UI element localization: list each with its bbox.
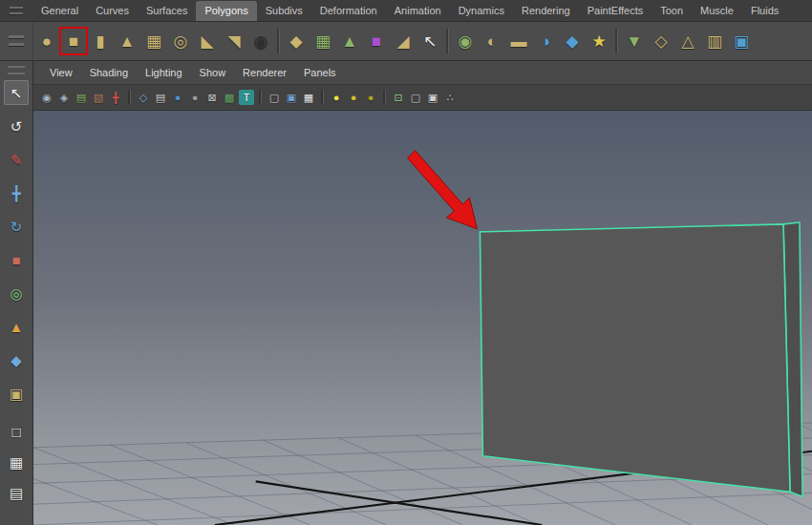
merge-vertices-icon[interactable]: ◉ — [453, 29, 478, 53]
last-tool-icon[interactable]: ▣ — [4, 381, 29, 406]
split-edge-icon[interactable]: ◇ — [649, 29, 673, 53]
all-lights-icon[interactable]: ● — [329, 90, 344, 105]
share-view-icon[interactable]: ∴ — [442, 90, 458, 105]
poly-prism-icon[interactable]: ◣ — [195, 29, 220, 53]
shaded-mode-icon[interactable]: ● — [170, 90, 185, 105]
soft-modification-tool[interactable]: ▲ — [4, 314, 29, 339]
toolbar-separator — [259, 90, 262, 105]
add-divisions-icon[interactable]: ▦ — [310, 29, 335, 53]
default-material-icon[interactable]: ▢ — [267, 90, 282, 105]
poly-cube-object[interactable] — [480, 222, 802, 496]
append-polygon-icon[interactable]: △ — [675, 29, 700, 53]
bridge-icon[interactable]: ▬ — [506, 29, 531, 53]
xray-icon[interactable]: ▣ — [284, 90, 299, 105]
shelf-tab[interactable]: Deformation — [311, 1, 386, 21]
normals-icon[interactable]: ▼ — [622, 29, 647, 53]
shelf-separator — [277, 29, 280, 53]
textured-mode-icon[interactable]: ● — [187, 90, 203, 105]
poly-plane-icon[interactable]: ▦ — [141, 29, 166, 53]
toolbar-separator — [383, 90, 386, 105]
extrude-icon[interactable]: ▲ — [337, 29, 362, 53]
menu-grip-icon — [10, 12, 23, 15]
poly-torus-icon[interactable]: ◎ — [168, 29, 193, 53]
image-plane-icon[interactable]: ▧ — [91, 90, 106, 105]
shelf: ●■▮▲▦◎◣◥◉◆▦▲■◢↖◉◐▬◑◆★▼◇△▥▣ — [0, 22, 812, 61]
rotate-tool[interactable]: ↻ — [4, 214, 29, 239]
subdiv-proxy-icon[interactable]: ■ — [364, 29, 389, 53]
shelf-tab[interactable]: Polygons — [196, 1, 256, 21]
shelf-tab[interactable]: PaintEffects — [579, 1, 652, 21]
panel-menu[interactable]: Panels — [295, 61, 345, 84]
move-tool[interactable]: ╋ — [4, 180, 29, 205]
wireframe-mode-icon[interactable]: ◇ — [136, 90, 151, 105]
highlight-selection-icon[interactable]: ⊡ — [391, 90, 406, 105]
maya-window: GeneralCurvesSurfacesPolygonsSubdivsDefo… — [0, 0, 812, 525]
uv-mapping-icon[interactable]: ▣ — [729, 29, 754, 53]
poly-sphere-icon[interactable]: ● — [34, 29, 59, 53]
shelf-tab-list: GeneralCurvesSurfacesPolygonsSubdivsDefo… — [32, 0, 787, 21]
shelf-tab[interactable]: Surfaces — [138, 1, 196, 21]
shelf-tab[interactable]: Subdivs — [257, 1, 311, 21]
shelf-tab[interactable]: Muscle — [692, 1, 742, 21]
film-gate-icon[interactable]: ▤ — [153, 90, 168, 105]
universal-manipulator-tool[interactable]: ◎ — [4, 281, 29, 305]
sculpt-geometry-icon[interactable]: ★ — [587, 29, 611, 53]
panel-menu[interactable]: Show — [191, 61, 235, 84]
insert-edge-loop-icon[interactable]: ▥ — [702, 29, 727, 53]
panel-menubar: ViewShadingLightingShowRendererPanels — [33, 61, 812, 85]
boolean-icon[interactable]: ◑ — [533, 29, 558, 53]
panel-menu[interactable]: Shading — [81, 61, 137, 84]
single-pane-layout-button[interactable]: □ — [4, 419, 29, 444]
toolbox-grip-icon[interactable] — [8, 66, 25, 74]
shelf-grip-icon — [9, 43, 24, 47]
main-area: ↖↺✎╋↻■◎▲◆▣ □▦▤ ViewShadingLightingShowRe… — [0, 61, 812, 525]
shelf-tab[interactable]: Rendering — [513, 1, 579, 21]
poly-cylinder-icon[interactable]: ▮ — [88, 29, 113, 53]
shelf-tab[interactable]: Dynamics — [450, 1, 513, 21]
bevel-icon[interactable]: ◐ — [480, 29, 504, 53]
select-camera-icon[interactable]: ◉ — [39, 90, 54, 105]
shelf-options-button[interactable] — [0, 22, 33, 60]
viewport[interactable] — [33, 111, 812, 525]
frame-all-icon[interactable]: ▣ — [425, 90, 440, 105]
transparency-icon[interactable]: ▦ — [301, 90, 316, 105]
crease-tool-icon[interactable]: ◢ — [391, 29, 416, 53]
no-image-icon[interactable]: ⊠ — [204, 90, 220, 105]
render-region-icon[interactable]: ▩ — [222, 90, 237, 105]
shelf-tab[interactable]: Toon — [652, 1, 692, 21]
panel-menu[interactable]: Lighting — [137, 61, 191, 84]
camera-attributes-icon[interactable]: ◈ — [56, 90, 72, 105]
texture-view-icon[interactable]: T — [239, 90, 254, 105]
shelf-tab[interactable]: Curves — [87, 1, 138, 21]
default-light-icon[interactable]: ● — [363, 90, 378, 105]
poly-cube-icon[interactable]: ■ — [61, 29, 86, 53]
panel-menu[interactable]: View — [41, 61, 81, 84]
poly-pyramid-icon[interactable]: ◥ — [222, 29, 246, 53]
four-pane-layout-button[interactable]: ▦ — [4, 450, 29, 474]
smooth-icon[interactable]: ◆ — [284, 29, 309, 53]
toolbox: ↖↺✎╋↻■◎▲◆▣ □▦▤ — [0, 61, 33, 525]
lasso-select-tool[interactable]: ↺ — [4, 114, 29, 138]
paint-select-tool[interactable]: ✎ — [4, 147, 29, 172]
viewport-canvas[interactable] — [33, 111, 812, 525]
show-manipulator-tool[interactable]: ◆ — [4, 347, 29, 372]
selected-lights-icon[interactable]: ● — [346, 90, 361, 105]
select-tool[interactable]: ↖ — [4, 80, 29, 105]
bookmarks-icon[interactable]: ▤ — [74, 90, 89, 105]
panel-toolbar: ◉◈▤▧╋◇▤●●⊠▩T▢▣▦●●●⊡▢▣∴ — [33, 85, 812, 111]
shelf-menu-button[interactable] — [0, 0, 32, 21]
shelf-tab[interactable]: Fluids — [742, 1, 787, 21]
isolate-select-icon[interactable]: ▢ — [408, 90, 423, 105]
split-pane-layout-button[interactable]: ▤ — [4, 480, 29, 505]
poly-soccer-ball-icon[interactable]: ◉ — [248, 29, 273, 53]
scale-tool[interactable]: ■ — [4, 247, 29, 272]
interactive-split-icon[interactable]: ↖ — [417, 29, 442, 53]
axis-icon[interactable]: ╋ — [108, 90, 123, 105]
shelf-tab[interactable]: Animation — [386, 1, 450, 21]
shelf-icon-row: ●■▮▲▦◎◣◥◉◆▦▲■◢↖◉◐▬◑◆★▼◇△▥▣ — [33, 22, 755, 60]
panel-menu[interactable]: Renderer — [234, 61, 295, 84]
mirror-geometry-icon[interactable]: ◆ — [560, 29, 585, 53]
shelf-tab[interactable]: General — [32, 1, 87, 21]
poly-cone-icon[interactable]: ▲ — [115, 29, 139, 53]
tool-list: ↖↺✎╋↻■◎▲◆▣ — [4, 80, 29, 406]
